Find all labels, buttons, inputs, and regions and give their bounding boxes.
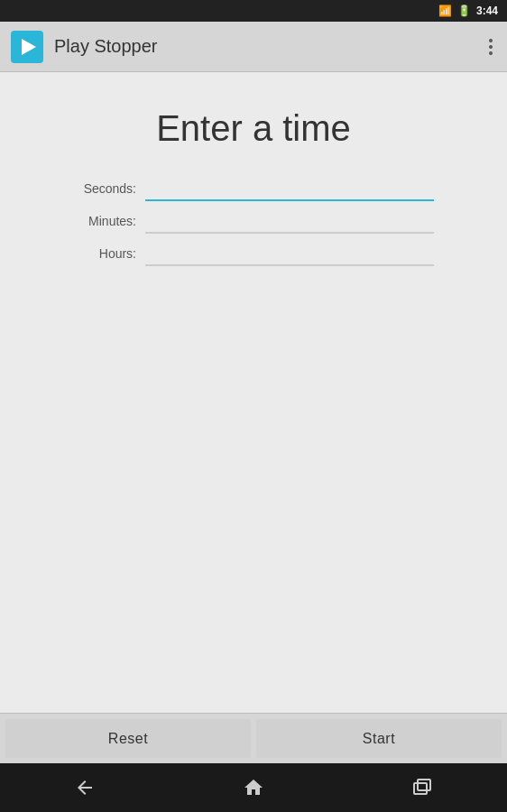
minutes-input[interactable] [145, 208, 434, 234]
app-icon [11, 31, 43, 63]
overflow-dot-3 [489, 51, 493, 55]
back-button[interactable] [63, 766, 106, 809]
overflow-dot-2 [489, 45, 493, 49]
bottom-buttons: Reset Start [0, 713, 507, 763]
status-bar: 📶 🔋 3:44 [0, 0, 507, 22]
reset-button[interactable]: Reset [5, 719, 251, 758]
app-bar: Play Stopper [0, 22, 507, 72]
page-heading: Enter a time [156, 108, 351, 149]
overflow-menu-button[interactable] [485, 35, 496, 59]
home-button[interactable] [232, 766, 275, 809]
start-button[interactable]: Start [256, 719, 502, 758]
play-icon [22, 39, 36, 55]
overflow-dot-1 [489, 39, 493, 42]
minutes-label: Minutes: [73, 214, 136, 228]
status-time: 3:44 [476, 5, 498, 17]
hours-row: Hours: [73, 241, 434, 266]
seconds-row: Seconds: [73, 176, 434, 201]
svg-rect-0 [414, 783, 427, 794]
recents-button[interactable] [401, 766, 444, 809]
main-content: Enter a time Seconds: Minutes: Hours: [0, 72, 507, 713]
battery-icon: 🔋 [457, 5, 471, 17]
hours-input[interactable] [145, 241, 434, 266]
minutes-row: Minutes: [73, 208, 434, 234]
svg-rect-1 [418, 780, 430, 790]
time-form: Seconds: Minutes: Hours: [73, 176, 434, 266]
app-title: Play Stopper [54, 36, 485, 57]
seconds-label: Seconds: [73, 181, 136, 196]
seconds-input[interactable] [145, 176, 434, 201]
wifi-icon: 📶 [438, 5, 452, 17]
nav-bar [0, 763, 507, 812]
hours-label: Hours: [73, 246, 136, 261]
